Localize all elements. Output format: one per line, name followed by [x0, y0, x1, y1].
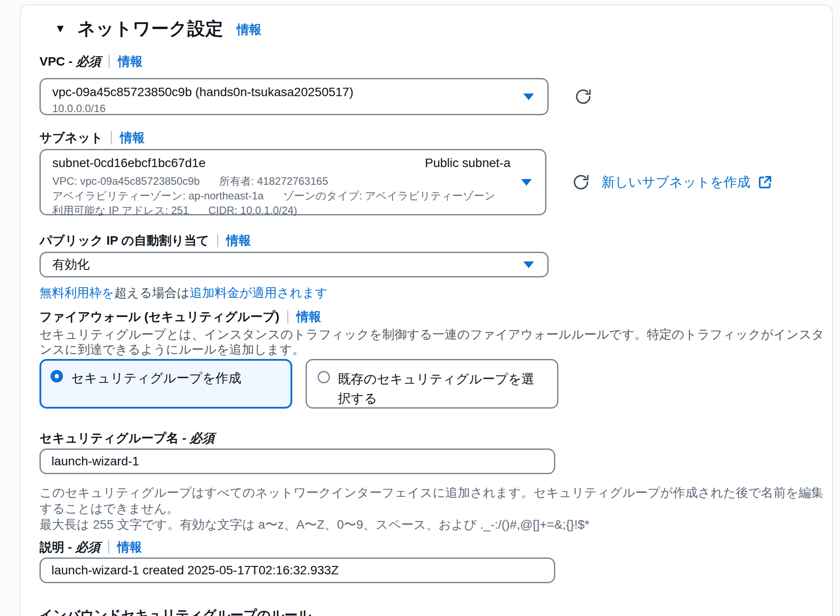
subnet-refresh-button[interactable] [572, 173, 590, 191]
vpc-refresh-button[interactable] [574, 88, 592, 105]
vpc-cidr: 10.0.0.0/16 [52, 102, 516, 115]
subnet-field-row: subnet-0cd16ebcf1bc67d1e Public subnet-a… [39, 149, 814, 215]
section-info-link[interactable]: 情報 [236, 21, 261, 39]
subnet-owner: 所有者: 418272763165 [219, 174, 328, 188]
public-ip-select[interactable]: 有効化 [39, 252, 549, 277]
public-ip-info-link[interactable]: 情報 [226, 232, 251, 249]
subnet-selected-value: subnet-0cd16ebcf1bc67d1e [52, 156, 206, 170]
refresh-icon [573, 174, 589, 191]
create-security-group-label: セキュリティグループを作成 [71, 368, 241, 399]
subnet-select[interactable]: subnet-0cd16ebcf1bc67d1e Public subnet-a… [39, 149, 546, 215]
public-ip-selected-value: 有効化 [52, 256, 90, 273]
dropdown-caret-icon [523, 94, 534, 100]
description-info-link[interactable]: 情報 [117, 539, 142, 556]
subnet-az: アベイラビリティーゾーン: ap-northeast-1a [52, 188, 263, 203]
select-existing-security-group-tile[interactable]: 既存のセキュリティグループを選択する [306, 359, 558, 409]
subnet-vpc-id: VPC: vpc-09a45c85723850c9b [52, 174, 200, 188]
label-divider [108, 541, 109, 554]
free-tier-link[interactable]: 無料利用枠を [39, 286, 114, 300]
sg-name-input[interactable] [39, 448, 555, 474]
description-input[interactable] [39, 558, 555, 583]
label-divider [287, 310, 288, 324]
vpc-select[interactable]: vpc-09a45c85723850c9b (hands0n-tsukasa20… [39, 78, 549, 115]
external-link-icon [758, 175, 773, 190]
label-divider [111, 131, 112, 144]
subnet-label: サブネット [39, 129, 103, 146]
firewall-label-row: ファイアウォール (セキュリティグループ) 情報 [39, 309, 814, 324]
radio-unselected-icon [318, 371, 330, 383]
dropdown-caret-icon [521, 179, 532, 186]
label-divider [217, 234, 218, 247]
dropdown-caret-icon [523, 261, 534, 268]
description-label: 説明 - 必須 [39, 539, 100, 556]
sg-name-help: このセキュリティグループはすべてのネットワークインターフェイスに追加されます。セ… [39, 485, 836, 533]
create-security-group-tile[interactable]: セキュリティグループを作成 [39, 359, 292, 409]
public-ip-label-row: パブリック IP の自動割り当て 情報 [39, 233, 814, 248]
subnet-zone-type: ゾーンのタイプ: アベイラビリティーゾーン [283, 188, 495, 203]
sg-name-label-row: セキュリティグループ名 - 必須 [39, 431, 814, 446]
firewall-label: ファイアウォール (セキュリティグループ) [39, 308, 279, 325]
sg-name-help-line2: 最大長は 255 文字です。有効な文字は a〜z、A〜Z、0〜9、スペース、およ… [39, 517, 836, 533]
vpc-label: VPC - 必須 [39, 53, 101, 70]
inbound-rules-heading: インバウンドセキュリティグループのルール [39, 606, 814, 616]
sg-name-label: セキュリティグループ名 - 必須 [39, 430, 215, 447]
subnet-cidr: CIDR: 10.0.1.0/24) [208, 203, 297, 218]
public-ip-field-row: 有効化 [39, 252, 814, 277]
vpc-info-link[interactable]: 情報 [118, 53, 142, 70]
subnet-name-badge: Public subnet-a [425, 156, 510, 170]
firewall-description: セキュリティグループとは、インスタンスのトラフィックを制御する一連のファイアウォ… [39, 327, 836, 357]
label-divider [109, 55, 110, 68]
subnet-info-link[interactable]: 情報 [120, 129, 145, 146]
sg-name-help-line1: このセキュリティグループはすべてのネットワークインターフェイスに追加されます。セ… [39, 485, 836, 517]
refresh-icon [575, 88, 592, 105]
network-settings-panel: ▼ ネットワーク設定 情報 VPC - 必須 情報 vpc-09a45c8572… [20, 4, 833, 616]
public-ip-label: パブリック IP の自動割り当て [39, 232, 209, 249]
collapse-caret-icon[interactable]: ▼ [55, 22, 66, 35]
description-label-row: 説明 - 必須 情報 [39, 540, 814, 555]
section-header: ▼ ネットワーク設定 情報 [39, 18, 814, 39]
create-subnet-link[interactable]: 新しいサブネットを作成 [601, 173, 773, 191]
subnet-label-row: サブネット 情報 [39, 130, 814, 145]
firewall-info-link[interactable]: 情報 [296, 308, 321, 325]
section-title: ネットワーク設定 [78, 16, 224, 41]
subnet-available-ips: 利用可能な IP アドレス: 251 [52, 203, 189, 218]
additional-charges-link[interactable]: 追加料金が適用されます [190, 286, 328, 300]
free-tier-note: 無料利用枠を超える場合は追加料金が適用されます [39, 285, 814, 300]
vpc-label-row: VPC - 必須 情報 [39, 54, 814, 69]
security-group-mode-tiles: セキュリティグループを作成 既存のセキュリティグループを選択する [39, 359, 814, 409]
vpc-field-row: vpc-09a45c85723850c9b (hands0n-tsukasa20… [39, 78, 814, 115]
select-existing-security-group-label: 既存のセキュリティグループを選択する [338, 369, 542, 398]
radio-selected-icon [51, 370, 63, 382]
vpc-selected-value: vpc-09a45c85723850c9b (hands0n-tsukasa20… [52, 85, 516, 99]
